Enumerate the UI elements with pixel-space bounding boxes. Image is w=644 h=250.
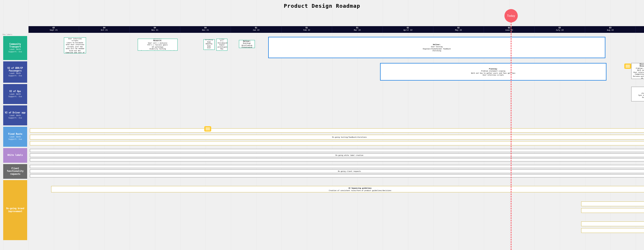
row-v2-driver: V2 of Driver appLead: BethSupport: IvaSe… <box>3 105 644 125</box>
timeline-card[interactable] <box>30 128 644 133</box>
row-head[interactable]: V2 of OpsLead: BethSupport: Iva <box>3 84 27 104</box>
row-client-func: Client functionality requestsOn-going cl… <box>3 164 644 179</box>
timeline-card[interactable] <box>581 228 644 233</box>
month-cell: Q4Oct 21 <box>79 26 130 33</box>
row-v2-ops: V2 of OpsLead: BethSupport: IvaDiscover/… <box>3 84 644 104</box>
row-v2-udr-cp: V2 of UDR/CP PassengersLead: BethSupport… <box>3 61 644 83</box>
timeline-card[interactable]: Planning:Problem statement scoping User … <box>64 37 86 53</box>
timeline-card[interactable]: Discover/Research:User call + analysis K… <box>138 39 178 51</box>
timeline-card[interactable]: On-going client requests <box>30 169 644 173</box>
month-cell: Q3Sept 21 <box>28 26 79 33</box>
row-head[interactable]: White labels <box>3 148 27 163</box>
month-cell: Q1Jan 22 <box>231 26 282 33</box>
timeline-card[interactable] <box>581 221 644 226</box>
month-cell: Q2June 22 <box>484 26 535 33</box>
timeline-card[interactable] <box>30 149 644 152</box>
month-cell: Q2April 22 <box>383 26 433 33</box>
month-cell: Q2May 22 <box>433 26 484 33</box>
timeline-card[interactable] <box>30 165 644 168</box>
page-title: Product Design Roadmap <box>0 3 644 9</box>
timeline-card[interactable]: Discover/Research:Problem statement Work… <box>631 63 644 79</box>
timeline-card[interactable]: UI Sequencing guidelinesCreation of cons… <box>51 186 644 192</box>
timeline-card[interactable]: Discover/Research:(Find an audit Iva Syn… <box>631 87 644 101</box>
row-white-labels: White labelsOn-going white label creatio… <box>3 148 644 163</box>
month-cell-empty <box>636 26 644 33</box>
timeline-card[interactable]: Define:Affinity maps Empathy maps User p… <box>203 39 215 50</box>
month-cell: Q1Mar 22 <box>332 26 383 33</box>
comment-note-icon[interactable] <box>624 64 631 69</box>
timeline-card[interactable] <box>581 208 644 213</box>
month-cell: Q4Nov 21 <box>130 26 180 33</box>
timeline-card[interactable]: Planning:Problem statement scoping Work … <box>380 63 606 81</box>
today-marker[interactable]: Today <box>504 9 518 22</box>
row-head[interactable]: Community TransportLead: BethSupport: Iv… <box>3 36 27 60</box>
month-cell: Q4Dec 21 <box>180 26 231 33</box>
timeline-card[interactable] <box>30 141 644 145</box>
row-head[interactable]: V2 of UDR/CP PassengersLead: BethSupport… <box>3 61 27 83</box>
row-brand: On-going brand improvementUI Sequencing … <box>3 180 644 240</box>
timeline-card[interactable]: Deliver:Mid/High Wireframing Prototyping <box>239 40 255 48</box>
row-community-transport: Community TransportLead: BethSupport: Iv… <box>3 36 644 60</box>
today-label: Today <box>507 14 515 17</box>
comment-note-icon[interactable] <box>204 126 211 132</box>
row-head[interactable]: V2 of Driver appLead: BethSupport: Iva <box>3 105 27 125</box>
timeline-card[interactable] <box>581 201 644 206</box>
timeline-card[interactable]: On-going testing/feedback/iterations <box>30 135 644 140</box>
month-cell: Q3Aug 22 <box>585 26 636 33</box>
row-head[interactable]: On-going brand improvement <box>3 180 27 240</box>
timeline-card[interactable] <box>30 174 644 177</box>
timeline-card[interactable]: On-going white label creation <box>30 153 644 157</box>
row-head[interactable]: Client functionality requests <box>3 164 27 179</box>
timeline-header: Q3Sept 21Q4Oct 21Q4Nov 21Q4Dec 21Q1Jan 2… <box>28 26 644 33</box>
timeline-card[interactable]: Deliver:User testing Engineer/Stakeholde… <box>268 37 605 58</box>
timeline-card[interactable]: Develop:Crazy 8's Storyboarding Rapid pr… <box>216 39 227 51</box>
month-cell: Q3July 22 <box>535 26 585 33</box>
month-cell: Q1Feb 22 <box>282 26 332 33</box>
today-line <box>511 21 512 250</box>
roadmap-canvas[interactable]: Product Design Roadmap Today Row labels … <box>0 0 644 250</box>
timeline-card[interactable] <box>30 158 644 161</box>
row-labels-caption: Row labels <box>3 33 12 35</box>
row-head[interactable]: Fixed RouteLead: BethSupport: Iva <box>3 127 27 147</box>
row-fixed-route: Fixed RouteLead: BethSupport: IvaOn-goin… <box>3 127 644 147</box>
